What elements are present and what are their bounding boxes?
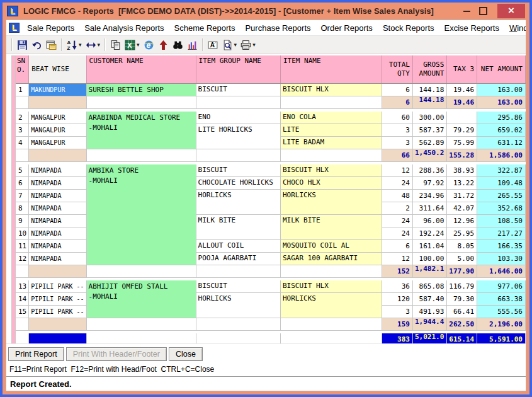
cell-sno[interactable]: 6 — [16, 177, 29, 190]
cell-tax[interactable]: 38.93 — [447, 164, 477, 177]
menu-item-sale-analysis-reports[interactable]: Sale Analysis Reports — [79, 22, 169, 34]
cell-total-qty[interactable]: 12 — [382, 164, 412, 177]
cell-item-group-name[interactable]: MILK BITE — [196, 215, 280, 240]
cell-item-name[interactable]: ENO COLA — [280, 112, 382, 124]
dropdown-caret-icon[interactable]: ▾ — [79, 42, 82, 48]
toolbar-find-button[interactable] — [171, 38, 185, 52]
cell-item-name[interactable]: HORLICKS — [280, 293, 382, 318]
cell-total-qty[interactable]: 36 — [382, 280, 412, 293]
cell-gross-amount[interactable]: 144.18 — [412, 83, 446, 96]
cell-tax[interactable]: 75.99 — [447, 137, 477, 149]
cell-customer-name[interactable]: ABHIJIT OMFED STALL -MOHALI — [86, 280, 196, 318]
cell-net-amount[interactable]: 977.06 — [477, 280, 526, 293]
cell-tax[interactable]: 19.46 — [447, 83, 477, 96]
cell-gross-amount[interactable]: 311.64 — [412, 202, 446, 215]
toolbar-save-button[interactable] — [15, 38, 30, 52]
toolbar-chart-button[interactable] — [185, 38, 200, 52]
cell-gross-amount[interactable]: 865.08 — [412, 280, 446, 293]
cell-total-qty[interactable]: 2 — [382, 202, 412, 215]
cell-gross-amount[interactable]: 192.24 — [412, 227, 446, 240]
toolbar-undo-button[interactable] — [30, 38, 44, 52]
cell-customer-name[interactable]: ARABINDA MEDICAL STORE -MOHALI — [86, 112, 196, 149]
cell-total-qty[interactable]: 3 — [382, 137, 412, 149]
cell-item-name[interactable]: BISCUIT HLX — [280, 83, 382, 96]
report-window-icon[interactable] — [9, 23, 20, 33]
cell-item-group-name[interactable]: BISCUIT — [196, 280, 280, 293]
cell-item-name[interactable]: BISCUIT HLX — [280, 164, 382, 177]
toolbar-font-button[interactable]: A — [206, 38, 220, 52]
column-header-item[interactable]: ITEM NAME — [280, 55, 382, 83]
cell-gross-amount[interactable]: 100.00 — [412, 253, 446, 265]
cell-gross-amount[interactable]: 161.04 — [412, 240, 446, 253]
cell-total-qty[interactable]: 3 — [382, 124, 412, 137]
cell-net-amount[interactable]: 103.30 — [477, 253, 526, 265]
cell-gross-amount[interactable]: 587.40 — [412, 293, 446, 306]
cell-total-qty[interactable]: 60 — [382, 112, 412, 124]
cell-item-name[interactable]: LITE — [280, 124, 382, 137]
cell-gross-amount[interactable]: 96.00 — [412, 215, 446, 227]
cell-sno[interactable]: 13 — [16, 280, 29, 293]
cell-gross-amount[interactable]: 587.37 — [412, 124, 446, 137]
cell-total-qty[interactable]: 120 — [382, 293, 412, 306]
column-header-beat[interactable]: BEAT WISE — [29, 55, 86, 83]
cell-total-qty[interactable]: 12 — [382, 253, 412, 265]
cell-beat-wise[interactable]: NIMAPADA — [29, 177, 86, 190]
cell-total-qty[interactable]: 24 — [382, 177, 412, 190]
cell-item-group-name[interactable]: POOJA AGARBATI — [196, 253, 280, 265]
cell-gross-amount[interactable]: 562.89 — [412, 137, 446, 149]
minimize-button[interactable] — [458, 3, 475, 20]
close-button[interactable] — [497, 4, 525, 18]
cell-gross-amount[interactable]: 288.36 — [412, 164, 446, 177]
cell-net-amount[interactable]: 163.00 — [477, 83, 526, 96]
cell-sno[interactable]: 8 — [16, 202, 29, 215]
cell-gross-amount[interactable]: 300.00 — [412, 112, 446, 124]
cell-sno[interactable]: 14 — [16, 293, 29, 306]
cell-tax[interactable]: 79.30 — [447, 293, 477, 306]
cell-item-name[interactable]: CHOCO HLX — [280, 177, 382, 190]
cell-total-qty[interactable]: 6 — [382, 83, 412, 96]
close-button[interactable]: Close — [169, 347, 203, 361]
cell-net-amount[interactable]: 109.48 — [477, 177, 526, 190]
cell-beat-wise[interactable]: MANGALPUR — [29, 124, 86, 137]
cell-net-amount[interactable]: 352.68 — [477, 202, 526, 215]
cell-item-group-name[interactable]: ENO — [196, 112, 280, 124]
menu-item-order-reports[interactable]: Order Reports — [316, 22, 378, 34]
cell-total-qty[interactable]: 3 — [382, 306, 412, 318]
cell-beat-wise[interactable]: MANGALPUR — [29, 112, 86, 124]
menu-item-excise-reports[interactable]: Excise Reports — [439, 22, 504, 34]
cell-sno[interactable]: 12 — [16, 253, 29, 265]
cell-net-amount[interactable]: 555.56 — [477, 306, 526, 318]
cell-gross-amount[interactable]: 234.96 — [412, 190, 446, 202]
toolbar-copy-button[interactable] — [108, 38, 123, 52]
cell-beat-wise[interactable]: NIMAPADA — [29, 215, 86, 227]
cell-item-group-name[interactable]: ALLOUT COIL — [196, 240, 280, 253]
cell-beat-wise[interactable]: MAKUNDPUR — [29, 83, 86, 96]
cell-beat-wise[interactable]: PIPILI PARK -- — [29, 293, 86, 306]
cell-sno[interactable]: 9 — [16, 215, 29, 227]
cell-net-amount[interactable]: 295.86 — [477, 112, 526, 124]
menu-item-sale-reports[interactable]: Sale Reports — [22, 22, 79, 34]
cell-net-amount[interactable]: 166.35 — [477, 240, 526, 253]
maximize-button[interactable] — [475, 3, 491, 20]
cell-beat-wise[interactable]: NIMAPADA — [29, 240, 86, 253]
toolbar-print-preview-button[interactable]: ▾ — [220, 38, 239, 52]
cell-gross-amount[interactable]: 97.92 — [412, 177, 446, 190]
dropdown-caret-icon[interactable]: ▾ — [252, 42, 256, 48]
toolbar-form-button[interactable] — [44, 38, 59, 52]
cell-customer-name[interactable]: AMBIKA STORE -MOHALI — [86, 164, 196, 265]
toolbar-column-width-button[interactable]: ▾ — [84, 38, 103, 52]
menu-item-scheme-reports[interactable]: Scheme Reports — [169, 22, 241, 34]
cell-net-amount[interactable]: 659.02 — [477, 124, 526, 137]
cell-beat-wise[interactable]: PIPILI PARK -- — [29, 280, 86, 293]
app-logo-icon[interactable] — [7, 6, 18, 16]
cell-net-amount[interactable]: 217.27 — [477, 227, 526, 240]
dropdown-caret-icon[interactable]: ▾ — [98, 42, 101, 48]
cell-item-group-name[interactable]: BISCUIT — [196, 83, 280, 96]
cell-sno[interactable]: 4 — [16, 137, 29, 149]
cell-tax[interactable]: 79.29 — [447, 124, 477, 137]
dropdown-caret-icon[interactable]: ▾ — [137, 42, 140, 48]
dropdown-caret-icon[interactable]: ▾ — [234, 42, 237, 48]
cell-sno[interactable]: 11 — [16, 240, 29, 253]
cell-tax[interactable]: 42.07 — [447, 202, 477, 215]
cell-total-qty[interactable]: 6 — [382, 240, 412, 253]
